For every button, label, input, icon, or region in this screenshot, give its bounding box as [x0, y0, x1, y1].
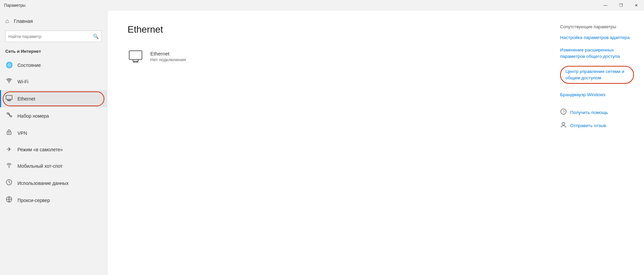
device-status: Нет подключения [150, 57, 186, 62]
svg-rect-14 [133, 60, 138, 61]
sidebar-item-datausage[interactable]: Использование данных [0, 174, 107, 192]
sidebar-item-vpn[interactable]: VPN [0, 124, 107, 142]
home-icon: ⌂ [5, 17, 9, 25]
sidebar-label-status: Состояние [17, 63, 41, 68]
feedback-label: Отправить отзыв [570, 123, 606, 128]
minimize-button[interactable]: — [598, 0, 613, 11]
sidebar-item-proxy[interactable]: Прокси-сервер [0, 192, 107, 209]
device-name: Ethernet [150, 51, 186, 56]
search-box: 🔍 [5, 31, 102, 42]
svg-point-0 [9, 82, 9, 83]
maximize-button[interactable]: ❐ [613, 0, 629, 11]
app-title: Параметры [4, 3, 26, 8]
sidebar-item-status[interactable]: 🌐 Состояние [0, 57, 107, 73]
device-item-ethernet: Ethernet Нет подключения [128, 45, 530, 68]
help-item-gethelp[interactable]: ? Получить помощь [560, 108, 634, 117]
device-info: Ethernet Нет подключения [150, 51, 186, 62]
sidebar: ⌂ Главная 🔍 Сеть и Интернет 🌐 Состояние [0, 11, 107, 275]
home-label: Главная [14, 18, 33, 24]
sidebar-item-airplane[interactable]: ✈ Режим «в самолете» [0, 142, 107, 157]
sidebar-label-hotspot: Мобильный хот-спот [17, 163, 62, 169]
sidebar-item-hotspot[interactable]: Мобильный хот-спот [0, 157, 107, 174]
help-item-feedback[interactable]: Отправить отзыв [560, 121, 634, 130]
sidebar-label-proxy: Прокси-сервер [17, 198, 50, 203]
svg-text:?: ? [563, 110, 565, 114]
help-section: ? Получить помощь Отправить отзыв [560, 108, 634, 130]
gethelp-icon: ? [560, 108, 567, 117]
page-title: Ethernet [128, 24, 530, 35]
wifi-icon [5, 77, 13, 86]
link-firewall[interactable]: Брандмауэр Windows [560, 92, 634, 98]
status-icon: 🌐 [5, 62, 13, 69]
airplane-icon: ✈ [5, 146, 13, 153]
sidebar-item-ethernet[interactable]: Ethernet [0, 90, 107, 107]
sidebar-label-dialup: Набор номера [17, 113, 49, 119]
sidebar-label-vpn: VPN [17, 130, 27, 136]
vpn-icon [5, 129, 13, 137]
feedback-icon [560, 121, 567, 130]
svg-rect-13 [129, 51, 142, 60]
search-input[interactable] [8, 34, 93, 39]
svg-point-8 [9, 166, 10, 167]
svg-rect-2 [7, 100, 11, 101]
sidebar-home-button[interactable]: ⌂ Главная [0, 11, 107, 29]
right-panel: Сопутствующие параметры Настройка параме… [550, 11, 644, 275]
sidebar-label-wifi: Wi-Fi [17, 79, 29, 84]
hotspot-icon [5, 162, 13, 170]
link-sharing[interactable]: Изменение расширенных параметров общего … [560, 47, 634, 60]
svg-point-7 [9, 133, 10, 134]
gethelp-label: Получить помощь [570, 110, 608, 115]
close-button[interactable]: ✕ [629, 0, 644, 11]
ethernet-icon [5, 94, 13, 103]
sidebar-item-wifi[interactable]: Wi-Fi [0, 73, 107, 90]
sidebar-item-dialup[interactable]: Набор номера [0, 107, 107, 124]
device-icon-wrap [128, 48, 144, 65]
window-controls: — ❐ ✕ [598, 0, 644, 11]
search-icon: 🔍 [93, 34, 99, 39]
link-network-center[interactable]: Центр управления сетями и общим доступом [560, 66, 634, 84]
sidebar-label-datausage: Использование данных [17, 181, 68, 186]
svg-rect-1 [6, 95, 12, 100]
title-bar: Параметры — ❐ ✕ [0, 0, 644, 11]
dialup-icon [5, 112, 13, 120]
app-body: ⌂ Главная 🔍 Сеть и Интернет 🌐 Состояние [0, 11, 644, 275]
svg-point-20 [562, 122, 565, 125]
sidebar-label-airplane: Режим «в самолете» [17, 147, 63, 152]
sidebar-label-ethernet: Ethernet [17, 96, 35, 102]
proxy-icon [5, 196, 13, 204]
section-title: Сеть и Интернет [0, 47, 107, 57]
datausage-icon [5, 179, 13, 187]
main-panel: Ethernet Ethernet Нет подключения [107, 11, 550, 275]
link-adapter[interactable]: Настройка параметров адаптера [560, 35, 634, 41]
device-monitor-icon [129, 50, 143, 63]
related-title: Сопутствующие параметры [560, 24, 634, 29]
